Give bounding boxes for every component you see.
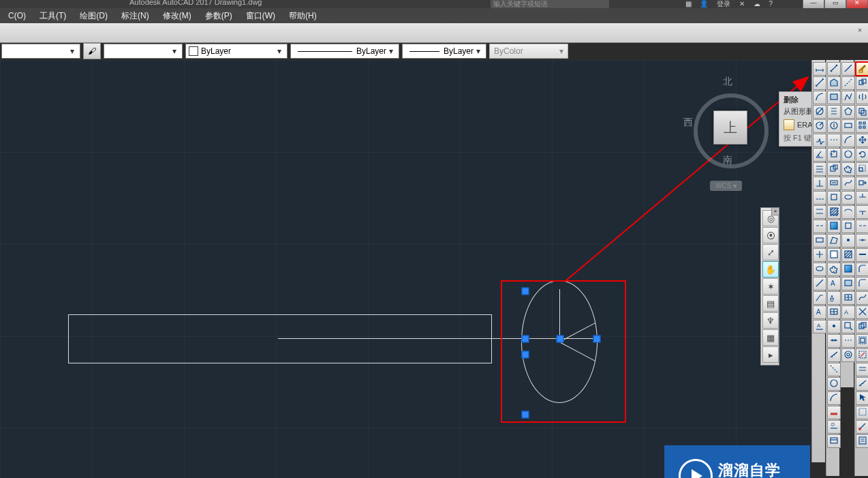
dist-button[interactable] — [827, 62, 841, 76]
dimalign-button[interactable] — [813, 76, 826, 90]
viewcube-west[interactable]: 西 — [683, 117, 693, 129]
table2-button[interactable] — [841, 291, 855, 305]
plotstyle-dropdown[interactable]: ByColor ▾ — [489, 44, 568, 59]
tol-button[interactable] — [813, 234, 826, 248]
area-button[interactable] — [827, 76, 841, 90]
menu-item-param[interactable]: 参数(P) — [198, 8, 239, 23]
list-button[interactable] — [827, 105, 841, 119]
menu-item-dim[interactable]: 标注(N) — [114, 8, 156, 23]
hatch2-button[interactable] — [841, 248, 855, 262]
helpline-button[interactable] — [827, 363, 841, 376]
menu-item-window[interactable]: 窗口(W) — [239, 8, 282, 23]
text-button[interactable]: A — [813, 305, 826, 319]
arc3-button[interactable] — [827, 391, 841, 405]
copy-button[interactable] — [856, 76, 868, 90]
donut-button[interactable] — [841, 348, 855, 362]
quick-button[interactable] — [813, 162, 826, 176]
maskline-button[interactable] — [827, 406, 841, 419]
pline-button[interactable] — [841, 91, 855, 104]
ungroup-button[interactable] — [856, 348, 868, 362]
fillet-button[interactable] — [856, 277, 868, 290]
join-button[interactable] — [856, 248, 868, 262]
layer-state-dropdown[interactable]: ▾ — [104, 44, 183, 59]
viewcube-south[interactable]: 南 — [723, 154, 732, 166]
menu-item-format[interactable]: C(O) — [1, 8, 33, 23]
divide-button[interactable] — [827, 334, 841, 348]
leader-button[interactable] — [813, 291, 826, 305]
text-button[interactable]: A — [827, 277, 841, 290]
point-button[interactable] — [827, 320, 841, 333]
chamfer-button[interactable] — [856, 263, 868, 276]
mirror-button[interactable] — [856, 91, 868, 104]
oblique-button[interactable] — [813, 277, 826, 290]
mtext-button[interactable]: A̲ — [827, 291, 841, 305]
menu-item-tools[interactable]: 工具(T) — [33, 8, 73, 23]
explode-button[interactable] — [856, 305, 868, 319]
qselect-button[interactable] — [856, 406, 868, 419]
id-button[interactable] — [827, 119, 841, 133]
viewcube[interactable]: 北 西 上 南 WCS ▾ — [677, 63, 779, 193]
revcloud-button[interactable] — [827, 263, 841, 276]
rectangle-object[interactable] — [68, 314, 492, 363]
linetype-dropdown[interactable]: ByLayer ▾ — [290, 44, 399, 59]
dimrad-button[interactable] — [813, 119, 826, 133]
ellipsearc-button[interactable] — [841, 205, 855, 219]
menu-item-help[interactable]: 帮助(H) — [282, 8, 324, 23]
addsel-button[interactable] — [841, 320, 855, 333]
cloud-icon[interactable]: ☁ — [754, 0, 760, 8]
viewcube-north[interactable]: 北 — [723, 76, 732, 88]
arc-button[interactable] — [813, 91, 826, 104]
rect-button[interactable] — [841, 119, 855, 133]
cline-button[interactable] — [841, 76, 855, 90]
viewcube-wcs-label[interactable]: WCS ▾ — [710, 181, 742, 191]
match-button[interactable] — [856, 420, 868, 434]
insert-button[interactable] — [827, 148, 841, 162]
measure-button[interactable] — [827, 348, 841, 362]
xref-button[interactable] — [827, 162, 841, 176]
grid-icon[interactable]: ▦ — [685, 0, 692, 8]
spline-button[interactable] — [841, 177, 855, 190]
stretch-button[interactable] — [856, 177, 868, 190]
viewcube-face[interactable]: 上 — [713, 110, 747, 145]
linetype-button[interactable] — [827, 134, 841, 147]
arc-button[interactable] — [841, 134, 855, 147]
menu-item-draw[interactable]: 绘图(D) — [73, 8, 114, 23]
wipeout-button[interactable] — [827, 248, 841, 262]
nav-grid-icon[interactable]: ▦ — [762, 329, 779, 346]
tablestyle-button[interactable] — [827, 434, 841, 448]
break-button[interactable] — [856, 220, 868, 233]
rotate-button[interactable] — [856, 148, 868, 162]
jog-button[interactable] — [813, 134, 826, 147]
blend-button[interactable] — [856, 291, 868, 305]
select-button[interactable] — [856, 391, 868, 405]
line-button[interactable] — [841, 62, 855, 76]
region2-button[interactable] — [841, 277, 855, 290]
boundary-button[interactable] — [827, 234, 841, 248]
revcloud-button[interactable] — [841, 162, 855, 176]
gradient-button[interactable] — [827, 220, 841, 233]
break-button[interactable] — [813, 220, 826, 233]
menu-item-modify[interactable]: 修改(M) — [156, 8, 198, 23]
hatch-button[interactable] — [827, 205, 841, 219]
spacing-button[interactable] — [813, 205, 826, 219]
style-button[interactable]: A — [813, 320, 826, 333]
account-label[interactable]: 登录 — [717, 0, 730, 8]
nav-play-icon[interactable]: ▸ — [762, 346, 779, 363]
layer-dropdown[interactable]: ▾ — [1, 44, 80, 59]
matchprop-button[interactable]: 🖌 — [83, 43, 101, 59]
search-input[interactable]: 输入关键字或短语 — [491, 0, 609, 8]
circle-button[interactable] — [841, 148, 855, 162]
nav-zoom-icon[interactable]: ⤢ — [762, 244, 779, 260]
nav-pan-icon[interactable]: ✋ — [762, 261, 779, 278]
dimstyle-button[interactable]: D — [827, 420, 841, 434]
table-button[interactable] — [827, 305, 841, 319]
color-dropdown[interactable]: ByLayer ▾ — [185, 44, 288, 59]
lineweight-dropdown[interactable]: ByLayer ▾ — [402, 44, 486, 59]
nav-target-icon[interactable]: ⦿ — [762, 227, 779, 243]
dimlin-button[interactable] — [813, 62, 826, 76]
move-button[interactable] — [856, 134, 868, 147]
dimang-button[interactable] — [813, 148, 826, 162]
group-button[interactable] — [856, 334, 868, 348]
extend-button[interactable] — [856, 205, 868, 219]
inspect-button[interactable] — [813, 263, 826, 276]
